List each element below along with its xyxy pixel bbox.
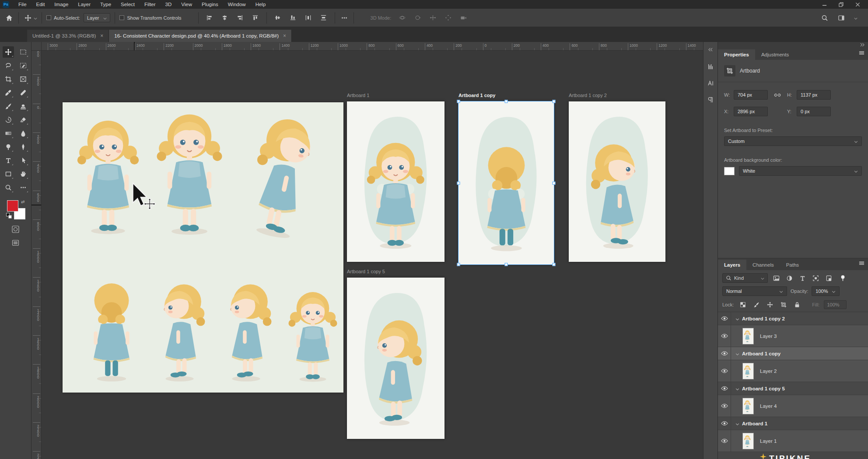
- chevron-down-icon[interactable]: [854, 15, 858, 21]
- dodge-tool[interactable]: [3, 141, 14, 153]
- document-tab-1[interactable]: Untitled-1 @ 33.3% (RGB/8)×: [27, 30, 109, 42]
- menu-edit[interactable]: Edit: [32, 2, 50, 7]
- lock-transparent-pixels-icon[interactable]: [738, 300, 747, 309]
- brush-tool[interactable]: [3, 101, 14, 112]
- blur-tool[interactable]: [18, 128, 29, 139]
- home-icon[interactable]: [4, 13, 14, 23]
- align-top-icon[interactable]: [251, 13, 260, 23]
- character-panel-icon[interactable]: [706, 79, 715, 87]
- show-transform-checkbox[interactable]: [119, 15, 124, 20]
- close-icon[interactable]: [855, 2, 860, 7]
- horizontal-ruler[interactable]: 3000280026002400220020001800160014001200…: [42, 42, 703, 51]
- document-tab-2[interactable]: 16- Consistent Character design.psd @ 40…: [109, 30, 292, 42]
- workspace-switcher-icon[interactable]: [836, 13, 846, 23]
- menu-3d[interactable]: 3D: [161, 2, 177, 7]
- tab-close-icon[interactable]: ×: [100, 33, 103, 39]
- layer-thumbnail[interactable]: [742, 363, 754, 379]
- artboard-bg-color-select[interactable]: White: [739, 166, 862, 176]
- main-artboard[interactable]: [63, 102, 343, 393]
- align-middle-v-icon[interactable]: [273, 13, 283, 23]
- lock-position-icon[interactable]: [765, 300, 774, 309]
- tab-properties[interactable]: Properties: [718, 49, 755, 60]
- expand-panels-icon[interactable]: [708, 45, 713, 54]
- align-center-h-icon[interactable]: [220, 13, 230, 23]
- photoshop-logo-icon[interactable]: Ps: [3, 1, 9, 8]
- align-bottom-icon[interactable]: [288, 13, 298, 23]
- visibility-eye-icon[interactable]: [718, 395, 731, 417]
- minimize-icon[interactable]: [822, 2, 827, 7]
- artboard[interactable]: [569, 101, 665, 262]
- lock-image-pixels-icon[interactable]: [752, 300, 761, 309]
- filter-type-layers-icon[interactable]: [798, 274, 807, 283]
- filter-kind-select[interactable]: Kind: [722, 273, 768, 283]
- canvas[interactable]: Artboard 1Artboard 1 copyArtboard 1 copy…: [42, 51, 703, 459]
- tab-paths[interactable]: Paths: [780, 260, 805, 270]
- healing-tool[interactable]: [18, 87, 29, 98]
- clone-stamp-tool[interactable]: [18, 101, 29, 112]
- pen-tool[interactable]: [18, 141, 29, 153]
- auto-select-target-select[interactable]: Layer: [84, 13, 111, 22]
- layer-row[interactable]: Layer 4: [718, 395, 868, 417]
- panel-menu-icon[interactable]: [859, 51, 864, 56]
- align-left-icon[interactable]: [205, 13, 214, 23]
- artboard-bg-color-swatch[interactable]: [724, 167, 735, 175]
- auto-select-checkbox[interactable]: [46, 15, 51, 20]
- visibility-eye-icon[interactable]: [718, 382, 731, 395]
- align-right-icon[interactable]: [235, 13, 245, 23]
- visibility-eye-icon[interactable]: [718, 347, 731, 360]
- menu-type[interactable]: Type: [95, 2, 116, 7]
- layer-filtering-toggle-icon[interactable]: [838, 274, 847, 283]
- menu-help[interactable]: Help: [251, 2, 271, 7]
- swap-colors-icon[interactable]: ⇄: [21, 199, 24, 204]
- lasso-tool[interactable]: [3, 60, 14, 71]
- quick-mask-icon[interactable]: [12, 226, 19, 234]
- ellipsis-tool[interactable]: [18, 182, 29, 193]
- tab-layers[interactable]: Layers: [718, 260, 746, 270]
- artboard[interactable]: [458, 101, 554, 264]
- tab-channels[interactable]: Channels: [746, 260, 780, 270]
- layer-group-row[interactable]: Artboard 1 copy 2: [718, 312, 868, 325]
- width-field[interactable]: 704 px: [734, 90, 768, 100]
- layer-row[interactable]: Layer 1: [718, 430, 868, 452]
- move-tool[interactable]: [3, 46, 14, 58]
- path-select-tool[interactable]: [18, 155, 29, 166]
- type-tool[interactable]: [3, 155, 14, 166]
- tab-close-icon[interactable]: ×: [283, 33, 286, 39]
- chevron-down-icon[interactable]: [34, 15, 37, 21]
- layer-row[interactable]: Layer 3: [718, 325, 868, 347]
- eraser-tool[interactable]: [18, 114, 29, 125]
- layer-group-row[interactable]: Artboard 1 copy: [718, 347, 868, 360]
- crop-tool[interactable]: [3, 73, 14, 85]
- chevron-down-icon[interactable]: [735, 316, 739, 321]
- menu-image[interactable]: Image: [49, 2, 73, 7]
- blend-mode-select[interactable]: Normal: [722, 286, 787, 296]
- artboard-label[interactable]: Artboard 1: [347, 93, 369, 100]
- height-field[interactable]: 1137 px: [797, 90, 831, 100]
- filter-adjustment-layers-icon[interactable]: [785, 274, 794, 283]
- more-options-icon[interactable]: [340, 13, 349, 23]
- chevron-down-icon[interactable]: [735, 421, 739, 426]
- menu-file[interactable]: File: [14, 2, 32, 7]
- distribute-h-icon[interactable]: [304, 13, 313, 23]
- artboard-label[interactable]: Artboard 1 copy 2: [569, 93, 607, 100]
- restore-icon[interactable]: [838, 2, 844, 7]
- x-field[interactable]: 2896 px: [734, 107, 768, 116]
- visibility-eye-icon[interactable]: [718, 312, 731, 325]
- layer-group-row[interactable]: Artboard 1: [718, 417, 868, 430]
- layer-row[interactable]: Layer 2: [718, 360, 868, 382]
- eyedropper-tool[interactable]: [3, 87, 14, 98]
- brush-settings-panel-icon[interactable]: [706, 62, 715, 71]
- preset-select[interactable]: Custom: [724, 136, 862, 146]
- filter-pixel-layers-icon[interactable]: [772, 274, 781, 283]
- gradient-tool[interactable]: [3, 128, 14, 139]
- lock-artboard-icon[interactable]: [779, 300, 788, 309]
- frame-tool[interactable]: [18, 73, 29, 85]
- distribute-v-icon[interactable]: [319, 13, 329, 23]
- visibility-eye-icon[interactable]: [718, 430, 731, 452]
- zoom-tool[interactable]: [3, 182, 14, 193]
- artboard[interactable]: [347, 278, 444, 439]
- menu-select[interactable]: Select: [116, 2, 140, 7]
- move-tool-preset-icon[interactable]: [23, 13, 33, 23]
- tab-adjustments[interactable]: Adjustments: [755, 49, 795, 60]
- search-icon[interactable]: [820, 13, 830, 23]
